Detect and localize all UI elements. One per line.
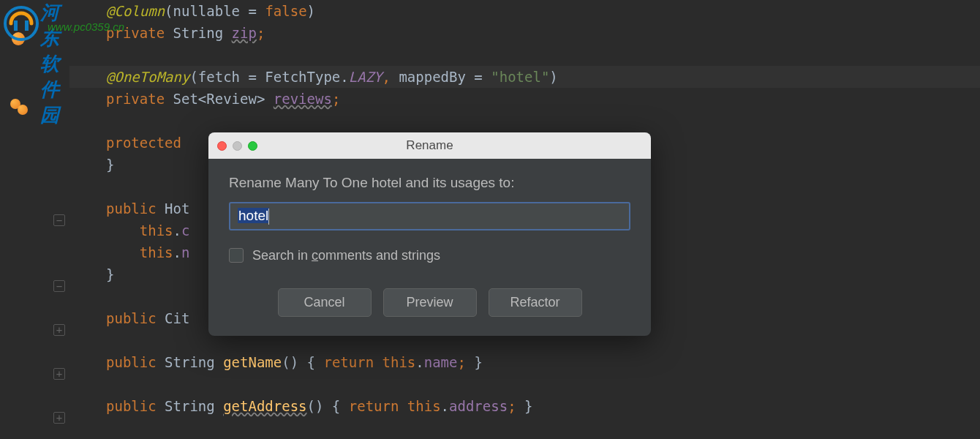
code-line[interactable]: private String zip; [69,22,980,44]
rename-input[interactable]: hotel [229,202,630,230]
bean-gutter-icon[interactable] [12,32,26,47]
maximize-icon[interactable] [248,141,257,151]
code-line[interactable]: @Column(nullable = false) [69,0,980,22]
code-line[interactable] [69,373,980,395]
rename-prompt-label: Rename Many To One hotel and its usages … [229,175,630,191]
code-line[interactable] [69,44,980,66]
refactor-button[interactable]: Refactor [489,288,582,317]
dialog-title: Rename [208,138,651,153]
fold-collapse-icon[interactable]: − [53,214,65,226]
code-line[interactable]: public String getName() { return this.na… [69,351,980,373]
fold-expand-icon[interactable]: + [53,412,65,424]
search-comments-checkbox[interactable] [229,248,244,263]
rename-dialog: Rename Rename Many To One hotel and its … [208,132,651,336]
search-comments-label[interactable]: Search in comments and strings [252,248,440,263]
code-line[interactable]: public String getAddress() { return this… [69,395,980,417]
window-controls [208,141,257,151]
editor-gutter: −−+++ [0,0,69,439]
bean-group-gutter-icon[interactable] [10,99,25,113]
fold-collapse-icon[interactable]: − [53,280,65,292]
fold-expand-icon[interactable]: + [53,324,65,336]
cancel-button[interactable]: Cancel [278,288,372,317]
fold-expand-icon[interactable]: + [53,368,65,380]
dialog-titlebar[interactable]: Rename [208,132,651,159]
rename-input-value: hotel [238,208,269,223]
code-line[interactable] [69,110,980,132]
close-icon[interactable] [217,141,227,151]
preview-button[interactable]: Preview [383,288,477,317]
code-line[interactable]: private Set<Review> reviews; [69,88,980,110]
minimize-icon [233,141,242,151]
code-line[interactable]: @OneToMany(fetch = FetchType.LAZY, mappe… [69,66,980,88]
